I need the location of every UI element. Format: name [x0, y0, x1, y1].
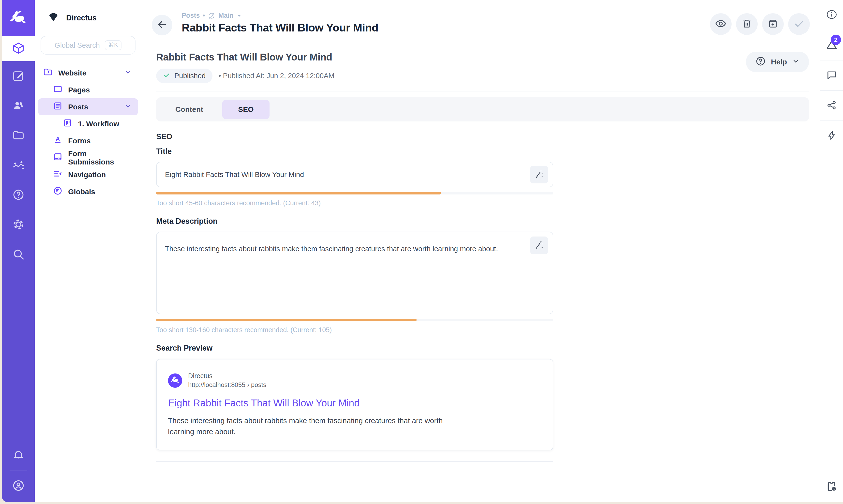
comments-panel-button[interactable] [820, 60, 843, 91]
list-chevron-icon [53, 169, 63, 180]
module-users[interactable] [2, 91, 35, 121]
pending-tasks-button[interactable] [820, 472, 843, 502]
form-bottom-divider [156, 461, 553, 462]
directus-logo[interactable] [2, 0, 35, 36]
nav-item-label: Website [58, 69, 124, 77]
nav-item-label: Globals [68, 187, 132, 196]
edit-icon [12, 69, 25, 83]
folder-icon [12, 129, 25, 143]
tab-content[interactable]: Content [160, 100, 219, 119]
site-name: Directus [188, 372, 266, 380]
insights-icon [12, 159, 25, 172]
content-area: Rabbit Facts That Will Blow Your Mind Pu… [141, 52, 820, 502]
breadcrumb-version[interactable]: Main [218, 12, 234, 19]
seo-title-input[interactable]: Eight Rabbit Facts That Will Blow Your M… [156, 162, 553, 187]
back-button[interactable] [152, 15, 173, 35]
content-head: Rabbit Facts That Will Blow Your Mind Pu… [156, 52, 809, 83]
nav-item-navigation[interactable]: Navigation [38, 166, 138, 183]
status-row: Published • Published At: Jun 2, 2024 12… [156, 69, 335, 83]
module-insights[interactable] [2, 150, 35, 180]
seo-section-title: SEO [156, 132, 553, 141]
nav-item-label: Forms [68, 137, 132, 145]
check-icon [163, 71, 171, 80]
chevron-down-icon [792, 57, 800, 67]
nav-item-workflow[interactable]: 1. Workflow [38, 115, 138, 132]
preview-description: These interesting facts about rabbits ma… [168, 415, 456, 437]
delete-button[interactable] [736, 13, 758, 35]
module-editor[interactable] [2, 61, 35, 91]
nav-item-form-submissions[interactable]: Form Submissions [38, 149, 138, 166]
bolt-icon [826, 130, 837, 142]
nav-item-forms[interactable]: A Forms [38, 132, 138, 149]
site-row: Directus http://localhost:8055 › posts [168, 372, 541, 389]
save-button[interactable] [788, 13, 810, 35]
project-header[interactable]: Directus [35, 0, 141, 36]
nav-item-posts[interactable]: Posts [38, 98, 138, 115]
magic-wand-icon [534, 239, 544, 251]
nav-item-label: Posts [68, 103, 124, 111]
published-at: • Published At: Jun 2, 2024 12:00AM [218, 72, 334, 80]
breadcrumb[interactable]: Posts • Main [182, 12, 710, 19]
letter-a-icon: A [53, 135, 63, 146]
help-button[interactable]: Help [746, 52, 809, 72]
meta-description-input[interactable]: These interesting facts about rabbits ma… [156, 232, 553, 314]
tab-seo[interactable]: SEO [222, 100, 269, 119]
seo-title-hint: Too short 45-60 characters recommended. … [156, 199, 553, 207]
nav-item-pages[interactable]: Pages [38, 82, 138, 98]
directus-app: { "project": { "name": "Directus" }, "se… [0, 0, 843, 504]
search-preview-card: Directus http://localhost:8055 › posts E… [156, 359, 553, 450]
global-search-input[interactable]: Global Search ⌘K [40, 36, 136, 55]
meta-description-progress-track [156, 319, 553, 321]
nav-item-globals[interactable]: Globals [38, 183, 138, 200]
meta-description-field: These interesting facts about rabbits ma… [156, 232, 553, 314]
breadcrumb-collection[interactable]: Posts [182, 12, 200, 19]
module-content-active[interactable] [2, 36, 35, 61]
meta-description-hint: Too short 130-160 characters recommended… [156, 326, 553, 334]
site-url: http://localhost:8055 › posts [188, 381, 266, 389]
preview-button[interactable] [710, 13, 732, 35]
flows-panel-button[interactable] [820, 121, 843, 151]
module-files[interactable] [2, 121, 35, 150]
site-favicon [168, 374, 182, 388]
collection-nav: Website Pages [35, 65, 141, 200]
box-icon [12, 41, 25, 56]
preview-link-title[interactable]: Eight Rabbit Facts That Will Blow Your M… [168, 398, 541, 409]
info-icon [826, 9, 838, 21]
rabbit-logo-icon [10, 8, 28, 28]
generate-title-button[interactable] [530, 166, 548, 183]
revisions-panel-button[interactable]: 2 [820, 30, 843, 60]
notifications-button[interactable] [2, 442, 35, 469]
user-avatar-icon [12, 479, 25, 493]
chevron-down-icon [124, 68, 132, 78]
clipboard-clock-icon [826, 481, 838, 493]
help-circle-icon [12, 188, 25, 202]
nav-item-label: Form Submissions [68, 149, 132, 166]
module-search[interactable] [2, 240, 35, 269]
search-placeholder: Global Search [55, 41, 100, 50]
trash-icon [741, 18, 753, 30]
generate-description-button[interactable] [530, 236, 548, 254]
nav-item-label: Pages [68, 86, 132, 94]
nav-item-label: Navigation [68, 170, 132, 179]
globe-icon [53, 186, 63, 197]
folder-star-icon [43, 67, 53, 79]
info-panel-button[interactable] [820, 0, 843, 30]
archive-button[interactable] [762, 13, 784, 35]
module-bar-bottom [2, 442, 35, 502]
user-menu-button[interactable] [2, 472, 35, 500]
sync-version-icon [208, 12, 215, 19]
caret-down-icon [237, 13, 242, 18]
header-actions [710, 12, 810, 35]
project-name: Directus [66, 14, 97, 22]
seo-form: SEO Title Eight Rabbit Facts That Will B… [156, 132, 553, 462]
module-settings[interactable] [2, 210, 35, 240]
rabbit-logo-icon [171, 375, 180, 386]
page-title: Rabbit Facts That Will Blow Your Mind [182, 21, 710, 34]
status-label: Published [174, 72, 205, 80]
eye-icon [715, 18, 727, 31]
nav-item-label: 1. Workflow [78, 120, 132, 128]
shares-panel-button[interactable] [820, 91, 843, 121]
site-meta: Directus http://localhost:8055 › posts [188, 372, 266, 389]
module-help[interactable] [2, 180, 35, 210]
nav-item-website[interactable]: Website [38, 65, 138, 82]
